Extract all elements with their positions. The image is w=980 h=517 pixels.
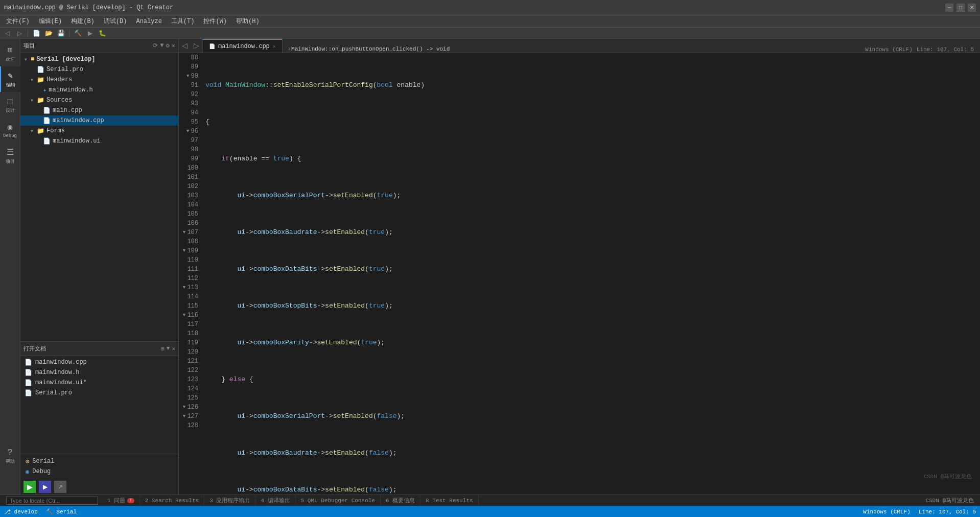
watermark-text: CSDN @马可波龙色 xyxy=(925,497,978,504)
tab-general-messages[interactable]: 6 概要信息 xyxy=(381,495,421,506)
code-line-93[interactable]: ui->comboBoxDataBits->setEnabled(true); xyxy=(203,265,980,274)
line-ending-indicator[interactable]: Windows (CRLF) xyxy=(865,46,912,53)
run-play-button[interactable]: ▶ xyxy=(24,481,36,493)
sync-icon[interactable]: ⟳ xyxy=(153,42,158,50)
debug-item[interactable]: ◉ Debug xyxy=(24,466,175,477)
tree-main-cpp[interactable]: 📄 main.cpp xyxy=(20,105,178,115)
tab-qml-console[interactable]: 5 QML Debugger Console xyxy=(296,495,381,506)
menu-edit[interactable]: 编辑(E) xyxy=(35,16,66,27)
forward-button[interactable]: ▷ xyxy=(14,29,25,38)
menu-debug[interactable]: 调试(D) xyxy=(100,16,131,27)
od-serial-pro[interactable]: 📄 Serial.pro xyxy=(20,388,178,398)
tree-headers-folder[interactable]: ▼ 📁 Headers xyxy=(20,75,178,85)
ln-90: ▼90 xyxy=(179,72,201,81)
tab-test-results[interactable]: 8 Test Results xyxy=(421,495,478,506)
od-mainwindow-ui[interactable]: 📄 mainwindow.ui* xyxy=(20,378,178,388)
ln-95: 95 xyxy=(179,118,201,127)
open-file-button[interactable]: 📂 xyxy=(43,29,54,38)
save-button[interactable]: 💾 xyxy=(56,29,66,38)
tab-nav-prev[interactable]: ◁ xyxy=(179,39,191,53)
code-line-99[interactable]: ui->comboBoxDataBits->setEnabled(false); xyxy=(203,485,980,495)
sidebar-debug[interactable]: ◉ Debug xyxy=(0,118,20,143)
menu-build[interactable]: 构建(B) xyxy=(67,16,99,27)
filter-icon[interactable]: ▼ xyxy=(160,42,164,50)
menu-analyze[interactable]: Analyze xyxy=(132,17,166,26)
position-indicator[interactable]: Line: 107, Col: 5 xyxy=(917,46,974,53)
ui-icon: 📄 xyxy=(43,137,51,145)
code-line-91[interactable]: ui->comboBoxSerialPort->setEnabled(true)… xyxy=(203,191,980,200)
tree-root[interactable]: ▼ ■ Serial [develop] xyxy=(20,54,178,64)
tab-search-results[interactable]: 2 Search Results xyxy=(140,495,205,506)
od-mainwindow-h[interactable]: 📄 mainwindow.h xyxy=(20,367,178,378)
od-icon3[interactable]: ✕ xyxy=(172,345,175,352)
code-line-89[interactable]: { xyxy=(203,118,980,127)
debug-run-button[interactable]: 🐛 xyxy=(97,29,107,38)
minimize-button[interactable]: ─ xyxy=(945,4,953,12)
code-line-97[interactable]: ui->comboBoxSerialPort->setEnabled(false… xyxy=(203,412,980,421)
status-branch[interactable]: ⎇ develop xyxy=(4,508,38,515)
code-line-92[interactable]: ui->comboBoxBaudrate->setEnabled(true); xyxy=(203,228,980,237)
new-file-button[interactable]: 📄 xyxy=(31,29,41,38)
menu-tools[interactable]: 工具(T) xyxy=(167,16,199,27)
sidebar-help[interactable]: ? 帮助 xyxy=(0,443,20,469)
tab-compile-output[interactable]: 4 编译输出 xyxy=(255,495,295,506)
line-numbers: 88 89 ▼90 91 92 93 94 95 ▼96 97 98 99 10… xyxy=(179,53,203,495)
back-button[interactable]: ◁ xyxy=(2,29,12,38)
od-cpp-label: mainwindow.cpp xyxy=(35,359,87,366)
tab-nav-next[interactable]: ▷ xyxy=(191,39,202,53)
code-line-98[interactable]: ui->comboBoxBaudrate->setEnabled(false); xyxy=(203,449,980,458)
ln-107: ▼107 xyxy=(179,228,201,237)
od-h-icon: 📄 xyxy=(25,369,32,377)
debug-play-button[interactable]: ▶ xyxy=(39,481,51,493)
status-position[interactable]: Line: 107, Col: 5 xyxy=(919,509,976,515)
sidebar-design[interactable]: ⬚ 设计 xyxy=(0,92,20,118)
search-input[interactable] xyxy=(6,497,98,505)
tab-app-output[interactable]: 3 应用程序输出 xyxy=(204,495,255,506)
menu-help[interactable]: 帮助(H) xyxy=(232,16,264,27)
od-icon2[interactable]: ▼ xyxy=(167,345,170,352)
build-button[interactable]: 🔨 xyxy=(73,29,83,38)
sidebar-edit[interactable]: ✎ 编辑 xyxy=(0,66,20,92)
project-header: 项目 ⟳ ▼ ⚙ ✕ xyxy=(20,39,178,53)
tree-mainwindow-h[interactable]: ✦ mainwindow.h xyxy=(20,85,178,95)
code-line-94[interactable]: ui->comboBoxStopBits->setEnabled(true); xyxy=(203,301,980,311)
tree-mainwindow-ui[interactable]: 📄 mainwindow.ui xyxy=(20,136,178,146)
tree-sources-folder[interactable]: ▼ 📁 Sources xyxy=(20,95,178,105)
window-controls: ─ □ ✕ xyxy=(945,4,976,12)
od-icon1[interactable]: ⊞ xyxy=(161,345,165,352)
sidebar-welcome[interactable]: ⊞ 欢迎 xyxy=(0,41,20,66)
tree-serial-pro[interactable]: 📄 Serial.pro xyxy=(20,64,178,75)
settings-icon[interactable]: ⚙ xyxy=(166,42,170,50)
code-line-96[interactable]: } else { xyxy=(203,375,980,384)
search-results-label: 2 Search Results xyxy=(145,498,199,504)
code-line-88[interactable]: void MainWindow::setEnableSerialPortConf… xyxy=(203,81,980,90)
tab-mainwindow-cpp[interactable]: 📄 mainwindow.cpp ✕ xyxy=(202,39,283,53)
tab-issues[interactable]: 1 问题 ! xyxy=(102,495,140,506)
status-build[interactable]: 🔨 Serial xyxy=(46,508,77,515)
serial-item[interactable]: ⚙ Serial xyxy=(24,456,175,466)
external-button[interactable]: ↗ xyxy=(54,481,66,493)
tab-mainwindow-cpp-icon: 📄 xyxy=(209,43,215,50)
tree-forms-folder[interactable]: ▼ 📁 Forms xyxy=(20,126,178,136)
welcome-icon: ⊞ xyxy=(8,45,13,55)
mainwindow-cpp-icon: 📄 xyxy=(43,117,51,125)
search-area xyxy=(2,497,102,505)
code-line-95[interactable]: ui->comboBoxParity->setEnabled(true); xyxy=(203,338,980,347)
maximize-button[interactable]: □ xyxy=(956,4,965,12)
run-button[interactable]: ▶ xyxy=(85,29,95,38)
code-line-90[interactable]: if(enable == true) { xyxy=(203,154,980,163)
ln-96: ▼96 xyxy=(179,127,201,136)
menu-file[interactable]: 文件(F) xyxy=(2,16,34,27)
sidebar-project[interactable]: ☰ 项目 xyxy=(0,143,20,169)
menu-controls[interactable]: 控件(W) xyxy=(199,16,231,27)
code-scroll[interactable]: 88 89 ▼90 91 92 93 94 95 ▼96 97 98 99 10… xyxy=(179,53,980,495)
tree-mainwindow-cpp[interactable]: 📄 mainwindow.cpp xyxy=(20,115,178,126)
tab-close-button[interactable]: ✕ xyxy=(273,43,276,50)
od-mainwindow-cpp[interactable]: 📄 mainwindow.cpp xyxy=(20,357,178,367)
close-panel-icon[interactable]: ✕ xyxy=(172,42,175,50)
ln-119: 119 xyxy=(179,338,201,347)
status-line-ending[interactable]: Windows (CRLF) xyxy=(863,509,910,515)
ln-110: 110 xyxy=(179,255,201,265)
close-button[interactable]: ✕ xyxy=(968,4,976,12)
open-docs-title: 打开文档 xyxy=(24,345,46,353)
